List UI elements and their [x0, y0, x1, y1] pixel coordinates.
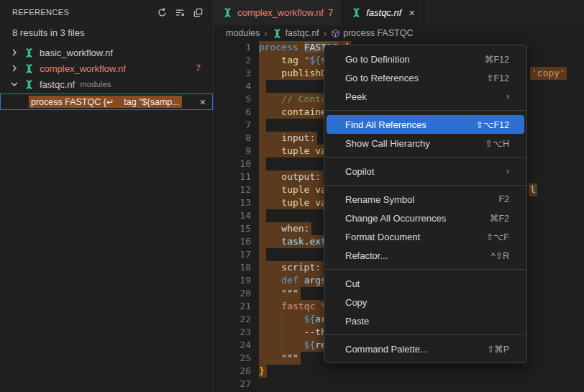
line-number: 3	[214, 67, 251, 80]
tab-match-count: 7	[328, 7, 333, 18]
menu-item-label: Command Palette...	[345, 344, 487, 355]
code-token	[259, 55, 281, 65]
tree-item-complex_workflow.nf[interactable]: complex_workflow.nf7	[0, 60, 213, 76]
menu-item-label: Rename Symbol	[345, 194, 498, 205]
code-token: ${	[309, 55, 321, 65]
line-number: 6	[214, 106, 251, 119]
code-token	[259, 184, 281, 195]
symbol-module-icon	[331, 29, 340, 38]
menu-item-shortcut: ^⇧R	[491, 250, 509, 261]
menu-separator	[325, 110, 526, 111]
line-number: 4	[214, 80, 251, 93]
menu-item-change-all-occurrences[interactable]: Change All Occurrences⌘F2	[324, 209, 526, 227]
code-token: def	[281, 275, 298, 286]
menu-item-label: Go to Definition	[345, 54, 485, 65]
menu-item-copilot[interactable]: Copilot›	[324, 162, 526, 181]
line-number: 15	[214, 222, 251, 235]
nextflow-icon	[222, 7, 233, 18]
menu-item-shortcut: F2	[498, 194, 509, 204]
code-token: tuple	[281, 197, 309, 208]
code-token: """	[259, 352, 298, 363]
clear-all-icon[interactable]	[172, 4, 188, 20]
line-number: 23	[214, 326, 251, 339]
menu-item-go-to-definition[interactable]: Go to Definition⌘F12	[324, 50, 526, 68]
line-number: 7	[214, 119, 251, 132]
menu-item-copy[interactable]: Copy	[324, 293, 526, 311]
code-token	[259, 275, 281, 286]
match-highlight: """	[259, 352, 301, 365]
menu-item-label: Format Document	[345, 232, 485, 242]
menu-item-shortcut: ⇧⌥F	[485, 232, 509, 242]
menu-item-peek[interactable]: Peek›	[324, 87, 526, 106]
tree-item-description: modules	[80, 80, 111, 88]
code-token: tag	[281, 55, 298, 65]
match-highlight: """	[259, 287, 301, 300]
context-menu: Go to Definition⌘F12Go to References⇧F12…	[324, 45, 527, 363]
code-token: ${	[304, 314, 316, 324]
breadcrumb-item-3[interactable]: process FASTQC	[331, 28, 413, 38]
menu-item-shortcut: ⇧⌘P	[487, 344, 509, 355]
code-token: tuple	[281, 145, 309, 156]
nextflow-icon	[24, 78, 35, 90]
breadcrumb-label: process FASTQC	[343, 28, 413, 38]
submenu-chevron-icon: ›	[506, 166, 509, 176]
menu-item-go-to-references[interactable]: Go to References⇧F12	[324, 68, 526, 87]
chevron-right-icon[interactable]	[9, 63, 20, 74]
close-icon[interactable]: ×	[409, 7, 415, 18]
tab-label: complex_workflow.nf	[237, 7, 324, 18]
indent-guide	[281, 313, 282, 326]
code-token	[259, 106, 281, 117]
menu-separator	[325, 157, 526, 158]
line-number: 1	[214, 41, 251, 54]
results-tree: basic_workflow.nfcomplex_workflow.nf7fas…	[0, 45, 213, 92]
nextflow-icon	[351, 7, 362, 18]
line-number: 2	[214, 54, 251, 67]
menu-separator	[325, 334, 526, 335]
match-highlight-stub	[259, 119, 266, 132]
menu-item-show-call-hierarchy[interactable]: Show Call Hierarchy⇧⌥H	[324, 134, 526, 152]
submenu-chevron-icon: ›	[506, 91, 509, 101]
menu-item-command-palette[interactable]: Command Palette...⇧⌘P	[324, 339, 526, 358]
menu-item-label: Peek	[345, 91, 506, 102]
code-token: """	[259, 288, 298, 298]
code-token	[298, 275, 304, 286]
results-summary: 8 results in 3 files	[0, 24, 213, 45]
tree-item-fastqc.nf[interactable]: fastqc.nfmodules	[0, 76, 213, 92]
menu-item-label: Change All Occurrences	[345, 213, 490, 224]
nextflow-icon	[272, 28, 283, 39]
match-count-badge: 7	[196, 63, 201, 73]
code-line-content: }	[259, 365, 527, 378]
line-number: 13	[214, 196, 251, 209]
menu-separator	[325, 269, 526, 270]
menu-item-paste[interactable]: Paste	[324, 311, 526, 330]
menu-item-cut[interactable]: Cut	[324, 274, 526, 293]
reference-result-item[interactable]: process FASTQC {↵ tag "${samp... ×	[0, 94, 213, 110]
line-number: 26	[214, 365, 251, 378]
chevron-right-icon[interactable]	[9, 47, 20, 58]
code-fragment: l	[529, 183, 537, 196]
line-number: 18	[214, 261, 251, 274]
menu-item-refactor[interactable]: Refactor...^⇧R	[324, 246, 526, 265]
line-number: 8	[214, 132, 251, 145]
refresh-icon[interactable]	[154, 4, 170, 20]
breadcrumb[interactable]: modules›fastqc.nf›process FASTQC	[214, 25, 584, 41]
menu-item-find-all-references[interactable]: Find All References⇧⌥F12	[327, 115, 524, 134]
tree-item-label: basic_workflow.nf	[40, 47, 113, 58]
open-in-editor-icon[interactable]	[190, 4, 206, 20]
tree-item-label: complex_workflow.nf	[40, 63, 126, 74]
menu-item-rename-symbol[interactable]: Rename SymbolF2	[324, 190, 526, 209]
indent-guide	[281, 326, 282, 339]
code-line-content	[259, 378, 527, 391]
dismiss-icon[interactable]: ×	[200, 97, 206, 107]
code-token: }	[259, 365, 265, 376]
chevron-down-icon[interactable]	[9, 78, 20, 90]
code-token: ${	[304, 339, 316, 350]
menu-item-label: Go to References	[345, 73, 486, 83]
tree-item-basic_workflow.nf[interactable]: basic_workflow.nf	[0, 45, 213, 60]
breadcrumb-item-1[interactable]: modules	[226, 28, 260, 38]
code-token	[259, 236, 281, 247]
menu-item-format-document[interactable]: Format Document⇧⌥F	[324, 227, 526, 246]
tab-fastqc.nf[interactable]: fastqc.nf×	[342, 0, 424, 25]
tab-complex_workflow.nf[interactable]: complex_workflow.nf7	[214, 0, 342, 25]
breadcrumb-item-2[interactable]: fastqc.nf	[272, 28, 319, 39]
